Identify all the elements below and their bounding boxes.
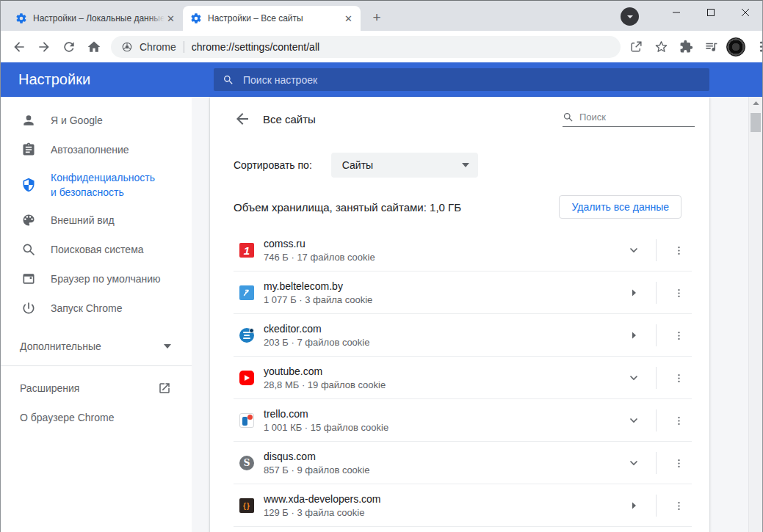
- site-name: disqus.com: [264, 451, 621, 463]
- site-row[interactable]: youtube.com 28,8 МБ · 19 файлов cookie: [210, 357, 709, 399]
- close-tab-icon[interactable]: ✕: [164, 12, 177, 25]
- extensions-button[interactable]: [675, 36, 697, 58]
- forward-button[interactable]: [32, 35, 56, 59]
- site-detail: 1 077 Б · 3 файла cookie: [264, 294, 621, 306]
- share-button[interactable]: [625, 36, 647, 58]
- reload-button[interactable]: [57, 35, 81, 59]
- tab-local-data[interactable]: Настройки – Локальные данные ✕: [8, 6, 183, 31]
- sidebar-item-advanced[interactable]: Дополнительные: [1, 332, 192, 361]
- url-origin-label: Chrome: [140, 41, 176, 53]
- expand-site-button[interactable]: [621, 322, 647, 349]
- sidebar-item-privacy-security[interactable]: Конфиденциальность и безопасность: [1, 164, 192, 205]
- sidebar-item-extensions[interactable]: Расширения: [1, 374, 192, 403]
- back-arrow-icon[interactable]: [234, 110, 251, 128]
- site-detail: 203 Б · 7 файлов cookie: [264, 337, 621, 349]
- site-row[interactable]: 1 comss.ru 746 Б · 17 файлов cookie: [210, 229, 709, 272]
- site-search-box[interactable]: [563, 112, 695, 127]
- card-header: Все сайты: [210, 97, 709, 141]
- sidebar-item-appearance[interactable]: Внешний вид: [1, 205, 192, 235]
- expand-site-button[interactable]: [621, 407, 647, 434]
- back-button[interactable]: [7, 35, 31, 59]
- dropdown-caret-icon: [462, 163, 469, 167]
- profile-avatar[interactable]: [726, 37, 745, 57]
- site-list: 1 comss.ru 746 Б · 17 файлов cookie my.b…: [210, 229, 709, 527]
- chrome-logo-icon: [121, 41, 133, 53]
- kebab-menu-icon: [673, 373, 684, 384]
- browser-window: Настройки – Локальные данные ✕ Настройки…: [0, 0, 763, 532]
- vertical-scrollbar[interactable]: [748, 97, 762, 532]
- minimize-button[interactable]: [659, 1, 693, 24]
- expand-site-button[interactable]: [621, 450, 647, 476]
- back-arrow-icon: [12, 40, 26, 54]
- clipboard-icon: [21, 142, 36, 157]
- kebab-menu-icon: [673, 458, 684, 469]
- home-icon: [87, 40, 101, 54]
- site-more-menu-button[interactable]: [665, 407, 692, 434]
- site-row[interactable]: my.beltelecom.by 1 077 Б · 3 файла cooki…: [210, 272, 709, 314]
- address-bar[interactable]: Chrome chrome://settings/content/all: [111, 36, 621, 58]
- kebab-menu-icon: [673, 245, 684, 256]
- new-tab-button[interactable]: +: [366, 7, 387, 28]
- sidebar-item-search-engine[interactable]: Поисковая система: [1, 235, 192, 264]
- settings-search-box[interactable]: [214, 68, 709, 91]
- site-name: ckeditor.com: [264, 323, 621, 335]
- site-more-menu-button[interactable]: [665, 450, 692, 476]
- sidebar-divider: [1, 365, 192, 366]
- maximize-button[interactable]: [693, 1, 728, 24]
- site-row[interactable]: ckeditor.com 203 Б · 7 файлов cookie: [210, 314, 709, 357]
- arrow-right-icon: [629, 288, 638, 297]
- bookmark-button[interactable]: [650, 36, 672, 58]
- close-window-button[interactable]: [728, 1, 762, 24]
- kebab-menu-icon: [673, 415, 684, 426]
- sidebar-item-label: Я и Google: [51, 114, 103, 126]
- chevron-down-icon: [629, 459, 638, 467]
- settings-search-input[interactable]: [243, 74, 701, 86]
- tab-title: Настройки – Все сайты: [208, 13, 342, 23]
- sort-dropdown[interactable]: Сайты: [331, 153, 478, 178]
- clear-all-data-button[interactable]: Удалить все данные: [559, 195, 681, 219]
- site-row[interactable]: S disqus.com 857 Б · 9 файлов cookie: [210, 442, 709, 484]
- search-icon: [21, 242, 36, 257]
- row-divider: [656, 409, 657, 431]
- sidebar-item-about-chrome[interactable]: О браузере Chrome: [1, 403, 192, 432]
- site-more-menu-button[interactable]: [665, 492, 692, 519]
- expand-site-button[interactable]: [621, 492, 647, 519]
- close-tab-icon[interactable]: ✕: [342, 12, 355, 25]
- site-more-menu-button[interactable]: [665, 237, 692, 263]
- sidebar-item-label: Внешний вид: [51, 214, 115, 226]
- site-name: comss.ru: [264, 238, 621, 250]
- home-button[interactable]: [82, 35, 106, 59]
- expand-site-button[interactable]: [621, 237, 647, 263]
- expand-site-button[interactable]: [621, 280, 647, 306]
- site-more-menu-button[interactable]: [665, 322, 692, 349]
- site-search-input[interactable]: [579, 112, 695, 123]
- arrow-right-icon: [629, 331, 638, 340]
- tab-search-button[interactable]: [621, 7, 639, 26]
- share-icon: [629, 40, 643, 54]
- site-favicon: 1: [239, 243, 254, 258]
- scrollbar-thumb[interactable]: [751, 113, 761, 132]
- sidebar-item-default-browser[interactable]: Браузер по умолчанию: [1, 264, 192, 294]
- settings-gear-icon: [15, 12, 27, 24]
- site-more-menu-button[interactable]: [665, 365, 692, 391]
- reload-icon: [62, 40, 76, 54]
- sidebar-item-label: Конфиденциальность и безопасность: [51, 170, 161, 200]
- sidebar-item-label: Запуск Chrome: [51, 302, 122, 314]
- sidebar-item-autofill[interactable]: Автозаполнение: [1, 135, 192, 164]
- site-more-menu-button[interactable]: [665, 280, 692, 306]
- sidebar-item-you-and-google[interactable]: Я и Google: [1, 106, 192, 135]
- site-detail: 1 001 КБ · 15 файлов cookie: [264, 422, 621, 434]
- tab-strip: Настройки – Локальные данные ✕ Настройки…: [1, 1, 762, 31]
- site-row[interactable]: trello.com 1 001 КБ · 15 файлов cookie: [210, 399, 709, 442]
- expand-site-button[interactable]: [621, 365, 647, 391]
- sidebar-item-label: О браузере Chrome: [20, 412, 115, 423]
- row-divider: [656, 239, 657, 261]
- site-row[interactable]: {} www.xda-developers.com 129 Б · 3 файл…: [210, 484, 709, 527]
- tab-all-sites[interactable]: Настройки – Все сайты ✕: [183, 6, 361, 31]
- browser-menu-button[interactable]: [750, 36, 763, 58]
- url-separator: [184, 41, 184, 53]
- media-controls-button[interactable]: [700, 36, 722, 58]
- scrollbar-up-arrow-icon[interactable]: [749, 97, 762, 109]
- sidebar-item-on-startup[interactable]: Запуск Chrome: [1, 294, 192, 323]
- kebab-menu-icon: [673, 330, 684, 341]
